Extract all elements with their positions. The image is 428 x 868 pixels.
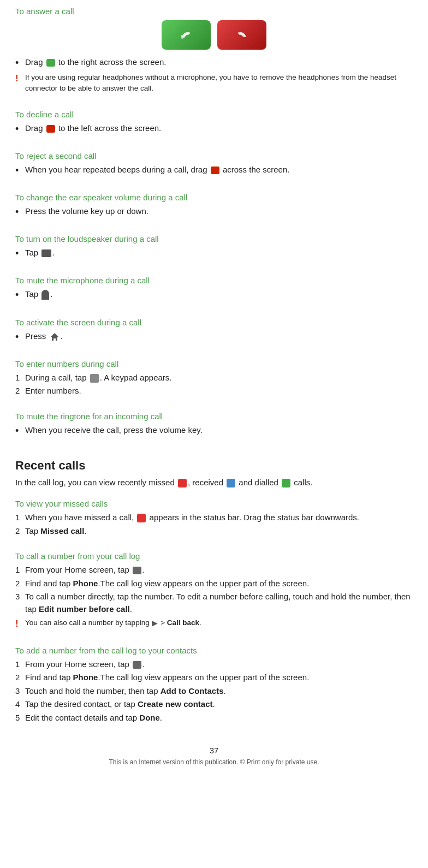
arrow-icon: ▶	[152, 617, 158, 629]
bullet-dot: •	[15, 164, 25, 177]
step-number: 1	[15, 512, 25, 524]
speaker-icon	[41, 249, 51, 257]
add-to-contacts-step4-text: Tap the desired contact, or tap Create n…	[25, 698, 215, 711]
page-footer: 37 This is an Internet version of this p…	[15, 746, 413, 766]
mute-mic-bullet: • Tap .	[15, 288, 413, 302]
add-to-contacts-step2: 2 Find and tap Phone.The call log view a…	[15, 671, 413, 684]
step-number: 1	[15, 372, 25, 384]
change-volume-text: Press the volume key up or down.	[25, 205, 148, 218]
dialled-call-icon	[282, 479, 290, 487]
decline-call-bullet: • Drag to the left across the screen.	[15, 122, 413, 136]
step-number: 5	[15, 712, 25, 724]
call-from-log-step3-text: To call a number directly, tap the numbe…	[25, 591, 413, 615]
step-number: 2	[15, 671, 25, 684]
add-to-contacts-step5-text: Edit the contact details and tap Done.	[25, 712, 162, 724]
reject-second-call-text: When you hear repeated beeps during a ca…	[25, 164, 289, 176]
mute-ringtone-heading: To mute the ringtone for an incoming cal…	[15, 412, 413, 421]
drag-red-icon	[46, 125, 55, 133]
bullet-dot: •	[15, 247, 25, 260]
call-answer-image	[15, 20, 413, 50]
add-to-contacts-step1: 1 From your Home screen, tap .	[15, 658, 413, 671]
call-from-log-heading: To call a number from your call log	[15, 551, 413, 561]
add-to-contacts-step3-text: Touch and hold the number, then tap Add …	[25, 685, 226, 698]
call-from-log-step1-text: From your Home screen, tap .	[25, 564, 145, 576]
call-from-log-step3: 3 To call a number directly, tap the num…	[15, 591, 413, 615]
reject-second-call-heading: To reject a second call	[15, 151, 413, 160]
change-volume-heading: To change the ear speaker volume during …	[15, 193, 413, 202]
recent-calls-heading: Recent calls	[15, 459, 413, 473]
add-to-contacts-step2-text: Find and tap Phone.The call log view app…	[25, 671, 309, 684]
drag-red-icon-2	[211, 167, 219, 174]
recent-calls-description: In the call log, you can view recently m…	[15, 476, 413, 489]
page-number: 37	[15, 746, 413, 755]
answer-call-heading: To answer a call	[15, 7, 413, 16]
home-icon	[50, 330, 60, 343]
activate-screen-text: Press .	[25, 330, 63, 343]
step-number: 2	[15, 385, 25, 397]
add-to-contacts-step4: 4 Tap the desired contact, or tap Create…	[15, 698, 413, 711]
call-from-log-note-text: You can also call a number by tapping ▶ …	[25, 617, 201, 629]
reject-second-call-bullet: • When you hear repeated beeps during a …	[15, 164, 413, 177]
step-number: 1	[15, 564, 25, 576]
note-exclamation-icon-2: !	[15, 617, 25, 631]
bullet-dot: •	[15, 122, 25, 136]
step-number: 4	[15, 698, 25, 711]
view-missed-heading: To view your missed calls	[15, 499, 413, 508]
call-from-log-step2: 2 Find and tap Phone.The call log view a…	[15, 578, 413, 590]
view-missed-step2-text: Tap Missed call.	[25, 525, 87, 538]
received-call-icon	[227, 479, 235, 487]
enter-numbers-heading: To enter numbers during call	[15, 359, 413, 368]
activate-screen-bullet: • Press .	[15, 330, 413, 344]
answer-call-note: ! If you are using regular headphones wi…	[15, 72, 413, 94]
decline-call-text: Drag to the left across the screen.	[25, 122, 161, 135]
mute-mic-text: Tap .	[25, 288, 53, 301]
enter-numbers-step1: 1 During a call, tap . A keypad appears.	[15, 372, 413, 384]
bullet-dot: •	[15, 205, 25, 219]
answer-call-text: Drag to the right across the screen.	[25, 56, 166, 69]
activate-screen-heading: To activate the screen during a call	[15, 318, 413, 327]
loudspeaker-bullet: • Tap .	[15, 247, 413, 260]
apps-icon-2	[133, 661, 141, 669]
enter-numbers-step2: 2 Enter numbers.	[15, 385, 413, 397]
apps-icon	[133, 567, 141, 574]
add-to-contacts-heading: To add a number from the call log to you…	[15, 646, 413, 655]
view-missed-step1: 1 When you have missed a call, appears i…	[15, 512, 413, 524]
mute-ringtone-text: When you receive the call, press the vol…	[25, 424, 203, 437]
add-to-contacts-step1-text: From your Home screen, tap .	[25, 658, 145, 671]
call-from-log-step1: 1 From your Home screen, tap .	[15, 564, 413, 576]
mic-icon	[41, 290, 49, 300]
mute-mic-heading: To mute the microphone during a call	[15, 276, 413, 285]
loudspeaker-heading: To turn on the loudspeaker during a call	[15, 234, 413, 243]
change-volume-bullet: • Press the volume key up or down.	[15, 205, 413, 219]
svg-marker-0	[51, 333, 58, 341]
add-to-contacts-step3: 3 Touch and hold the number, then tap Ad…	[15, 685, 413, 698]
step-number: 2	[15, 578, 25, 590]
missed-call-icon	[178, 479, 187, 487]
answer-call-note-text: If you are using regular headphones with…	[25, 72, 413, 94]
footer-text: This is an Internet version of this publ…	[15, 758, 413, 766]
decline-call-heading: To decline a call	[15, 110, 413, 119]
answer-call-bullet: • Drag to the right across the screen.	[15, 56, 413, 70]
mute-ringtone-bullet: • When you receive the call, press the v…	[15, 424, 413, 438]
note-exclamation-icon: !	[15, 72, 25, 85]
step-number: 3	[15, 685, 25, 698]
enter-numbers-step1-text: During a call, tap . A keypad appears.	[25, 372, 172, 384]
view-missed-step2: 2 Tap Missed call.	[15, 525, 413, 538]
step-number: 1	[15, 658, 25, 671]
keypad-icon	[90, 374, 99, 383]
statusbar-missed-icon	[137, 514, 146, 522]
bullet-dot: •	[15, 424, 25, 438]
step-number: 3	[15, 591, 25, 603]
bullet-dot: •	[15, 288, 25, 302]
loudspeaker-text: Tap .	[25, 247, 55, 259]
bullet-dot: •	[15, 56, 25, 70]
call-from-log-note: ! You can also call a number by tapping …	[15, 617, 413, 631]
step-number: 2	[15, 525, 25, 538]
call-from-log-step2-text: Find and tap Phone.The call log view app…	[25, 578, 309, 590]
bullet-dot: •	[15, 330, 25, 344]
drag-green-icon	[46, 59, 55, 67]
enter-numbers-step2-text: Enter numbers.	[25, 385, 81, 397]
add-to-contacts-step5: 5 Edit the contact details and tap Done.	[15, 712, 413, 724]
view-missed-step1-text: When you have missed a call, appears in …	[25, 512, 359, 524]
